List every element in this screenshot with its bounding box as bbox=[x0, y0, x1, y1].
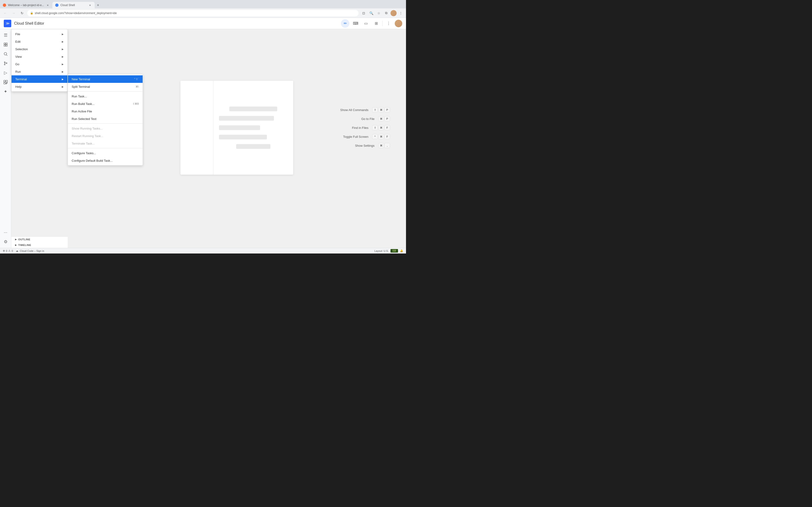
kbd-cmd2: ⌘ bbox=[378, 116, 384, 121]
status-cloud-code[interactable]: ☁ Cloud Code – Sign in bbox=[16, 249, 44, 252]
reload-button[interactable]: ↻ bbox=[19, 10, 26, 16]
placeholder-line-3 bbox=[219, 125, 260, 130]
tab-cloud-shell[interactable]: Cloud Shell ✕ bbox=[52, 2, 95, 8]
outline-item[interactable]: ▶ OUTLINE bbox=[11, 237, 68, 242]
tab-close-cloud[interactable]: ✕ bbox=[88, 3, 92, 7]
search-icon[interactable]: 🔍 bbox=[368, 10, 374, 16]
placeholder-line-1 bbox=[229, 107, 277, 111]
menu-item-terminal[interactable]: Terminal ▶ bbox=[11, 75, 67, 83]
logo-icon: ≫ bbox=[6, 21, 10, 25]
browser-frame: Welcome – lab-project-id-e... ✕ Cloud Sh… bbox=[0, 0, 406, 253]
terminal-divider-1 bbox=[68, 91, 143, 92]
address-bar[interactable]: 🔒 shell.cloud.google.com/?show=ide&envir… bbox=[27, 10, 359, 16]
menu-item-view[interactable]: View ▶ bbox=[11, 53, 67, 60]
activity-more[interactable]: ··· bbox=[1, 228, 10, 237]
menu-split-terminal[interactable]: Split Terminal ⌘\ bbox=[68, 83, 143, 91]
menu-item-help[interactable]: Help ▶ bbox=[11, 83, 67, 91]
menu-item-file[interactable]: File ▶ bbox=[11, 30, 67, 38]
terminal-submenu[interactable]: New Terminal ⌃⇧` Split Terminal ⌘\ Run T… bbox=[68, 74, 143, 165]
new-tab-button[interactable]: + bbox=[95, 2, 101, 8]
browser-tabs: Welcome – lab-project-id-e... ✕ Cloud Sh… bbox=[0, 0, 406, 8]
activity-extensions[interactable] bbox=[1, 78, 10, 87]
menu-item-edit[interactable]: Edit ▶ bbox=[11, 38, 67, 45]
activity-source-control[interactable] bbox=[1, 59, 10, 68]
extensions-icon[interactable]: ⧉ bbox=[383, 10, 390, 16]
tab-title-welcome: Welcome – lab-project-id-e... bbox=[8, 3, 44, 7]
menu-configure-tasks[interactable]: Configure Tasks... bbox=[68, 149, 143, 157]
warning-icon: ⚠ bbox=[8, 249, 11, 252]
menu-run-build-task[interactable]: Run Build Task... ⇧⌘B bbox=[68, 100, 143, 108]
header-actions: ✏ ⌨ ▭ ⊞ ⋮ bbox=[341, 19, 402, 28]
welcome-sidebar bbox=[181, 81, 213, 175]
activity-run[interactable]: ▷ bbox=[1, 68, 10, 77]
shortcut-find-in-files: Find in Files ⇧ ⌘ F bbox=[319, 125, 390, 130]
user-avatar[interactable] bbox=[391, 10, 397, 16]
tab-close-welcome[interactable]: ✕ bbox=[46, 3, 50, 7]
activity-gemini[interactable]: ✦ bbox=[1, 87, 10, 96]
app-logo: ≫ bbox=[4, 20, 11, 27]
status-right: Layout: U.S. ⌨ 🔔 bbox=[374, 249, 403, 252]
kbd-comma: , bbox=[385, 143, 390, 148]
shortcut-label-fullscreen: Toggle Full Screen bbox=[319, 135, 372, 138]
forward-button[interactable]: → bbox=[10, 10, 17, 16]
cast-icon[interactable]: ⊡ bbox=[360, 10, 367, 16]
activity-settings[interactable]: ⚙ bbox=[1, 237, 10, 246]
status-error[interactable]: ⊗ 0 ⚠ 0 bbox=[3, 249, 13, 252]
browser-toolbar: ← → ↻ 🔒 shell.cloud.google.com/?show=ide… bbox=[0, 8, 406, 18]
shortcut-keys-fullscreen: ^ ⌘ F bbox=[372, 134, 390, 139]
menu-item-run[interactable]: Run ▶ bbox=[11, 68, 67, 75]
activity-explorer[interactable] bbox=[1, 40, 10, 49]
back-button[interactable]: ← bbox=[2, 10, 8, 16]
notification-bell[interactable]: 🔔 bbox=[400, 249, 403, 252]
svg-rect-12 bbox=[4, 82, 5, 84]
error-count: 0 bbox=[6, 249, 7, 252]
welcome-card bbox=[181, 81, 293, 175]
bookmark-icon[interactable]: ☆ bbox=[375, 10, 382, 16]
svg-line-5 bbox=[6, 55, 7, 56]
chrome-more-icon[interactable]: ⋮ bbox=[398, 10, 404, 16]
preview-button[interactable]: ▭ bbox=[362, 19, 370, 28]
primary-menu[interactable]: File ▶ Edit ▶ Selection ▶ bbox=[11, 29, 68, 92]
lock-icon: 🔒 bbox=[30, 11, 33, 14]
error-icon: ⊗ bbox=[3, 249, 5, 252]
svg-rect-0 bbox=[4, 43, 5, 44]
kbd-cmd3: ⌘ bbox=[378, 125, 384, 130]
keyboard-layout-badge[interactable]: ⌨ bbox=[391, 249, 398, 252]
menu-run-active-file[interactable]: Run Active File bbox=[68, 108, 143, 115]
svg-rect-1 bbox=[6, 43, 7, 44]
menu-configure-default-build[interactable]: Configure Default Build Task... bbox=[68, 157, 143, 164]
menu-run-selected-text[interactable]: Run Selected Text bbox=[68, 115, 143, 122]
header-more-button[interactable]: ⋮ bbox=[385, 19, 393, 28]
menu-show-running-tasks[interactable]: Show Running Tasks... bbox=[68, 125, 143, 132]
cloud-code-label: Cloud Code – Sign in bbox=[20, 249, 44, 252]
header-avatar[interactable] bbox=[395, 20, 402, 27]
terminal-button[interactable]: ⌨ bbox=[351, 19, 360, 28]
kbd-ctrl: ^ bbox=[372, 134, 378, 139]
keyboard-icon: ⌨ bbox=[392, 249, 396, 252]
menu-terminate-task[interactable]: Terminate Task... bbox=[68, 139, 143, 147]
welcome-content bbox=[213, 81, 293, 175]
kbd-cmd: ⌘ bbox=[378, 107, 384, 112]
kbd-cmd4: ⌘ bbox=[378, 134, 384, 139]
menu-run-task[interactable]: Run Task... bbox=[68, 93, 143, 100]
svg-point-6 bbox=[4, 62, 5, 63]
layout-button[interactable]: ⊞ bbox=[372, 19, 380, 28]
tab-title-cloud: Cloud Shell bbox=[60, 3, 75, 7]
activity-search[interactable] bbox=[1, 50, 10, 58]
tab-welcome[interactable]: Welcome – lab-project-id-e... ✕ bbox=[0, 2, 52, 8]
layout-label: Layout: U.S. bbox=[374, 249, 389, 252]
menu-item-selection[interactable]: Selection ▶ bbox=[11, 45, 67, 53]
activity-menu[interactable]: ☰ bbox=[1, 31, 10, 40]
svg-rect-2 bbox=[4, 45, 5, 46]
shortcut-label-go-to-file: Go to File bbox=[319, 117, 378, 121]
menu-item-go[interactable]: Go ▶ bbox=[11, 60, 67, 68]
kbd-shift2: ⇧ bbox=[372, 125, 378, 130]
placeholder-line-2 bbox=[219, 116, 274, 121]
shortcut-keys-go-to-file: ⌘ P bbox=[378, 116, 390, 121]
shortcut-keys-settings: ⌘ , bbox=[378, 143, 390, 148]
svg-point-4 bbox=[4, 53, 7, 55]
menu-new-terminal[interactable]: New Terminal ⌃⇧` bbox=[68, 75, 143, 83]
menu-restart-running-task[interactable]: Restart Running Task... bbox=[68, 132, 143, 139]
timeline-item[interactable]: ▶ TIMELINE bbox=[11, 242, 68, 248]
edit-mode-button[interactable]: ✏ bbox=[341, 19, 349, 28]
